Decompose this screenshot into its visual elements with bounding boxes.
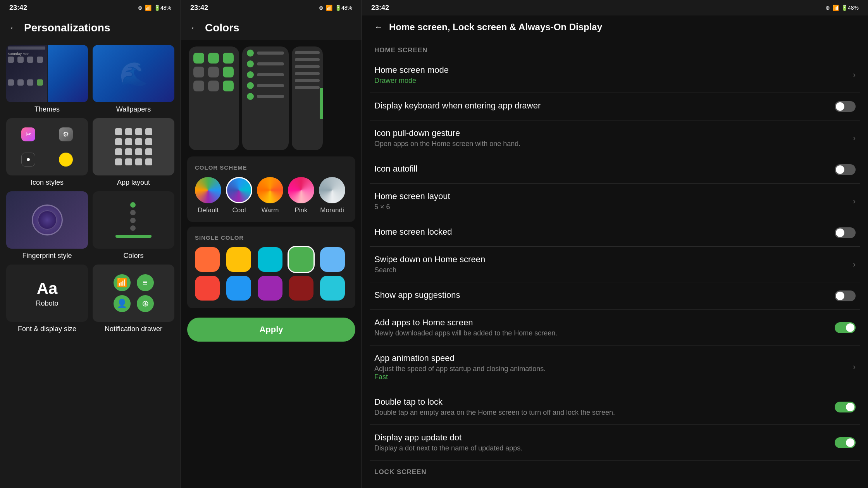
icon-pulldown-item[interactable]: Icon pull-down gesture Open apps on the … <box>370 120 860 156</box>
swipe-down-sub: Search <box>374 266 853 274</box>
themes-item[interactable]: Saturday Mar <box>6 45 88 113</box>
swatch-red[interactable] <box>195 276 220 301</box>
themes-thumb-left: Saturday Mar <box>6 45 47 102</box>
prev-icon-gray <box>193 67 204 77</box>
scheme-pink[interactable]: Pink <box>288 177 314 214</box>
bluetooth-icon: ⊛ <box>137 295 154 312</box>
prev-icon <box>208 53 219 64</box>
scheme-cool[interactable]: Cool <box>226 177 252 214</box>
app-layout-thumbnail <box>93 118 174 175</box>
status-time-2: 23:42 <box>190 4 208 12</box>
colors-grid-item[interactable]: Colors <box>93 191 174 260</box>
fingerprint-style-item[interactable]: Fingerprint style <box>6 191 88 260</box>
swatch-teal[interactable] <box>320 276 345 301</box>
add-apps-home-item[interactable]: Add apps to Home screen Newly downloaded… <box>370 310 860 345</box>
home-screen-mode-right: › <box>853 70 856 80</box>
layout-dot <box>145 158 152 165</box>
layout-dot <box>125 128 132 135</box>
home-screen-locked-item[interactable]: Home screen locked <box>370 219 860 247</box>
icon-mini-gear: ⚙ <box>59 127 73 141</box>
double-tap-lock-toggle[interactable] <box>835 402 856 412</box>
show-app-suggestions-item[interactable]: Show app suggestions <box>370 282 860 310</box>
swatch-blue[interactable] <box>226 276 251 301</box>
back-button[interactable]: ← <box>9 23 18 33</box>
display-keyboard-item[interactable]: Display keyboard when entering app drawe… <box>370 93 860 120</box>
settings-header: ← Home screen, Lock screen & Always-On D… <box>362 15 868 39</box>
swatch-orange[interactable] <box>195 247 220 272</box>
status-icons-2: ⊛ 📶 🔋48% <box>319 5 352 11</box>
swatch-lightblue[interactable] <box>320 247 345 272</box>
prev-icon <box>193 53 204 64</box>
layout-dot <box>115 158 122 165</box>
app-layout-item[interactable]: App layout <box>93 118 174 187</box>
notif-thumbnail: 📶 ≡ 👤 ⊛ <box>93 265 174 322</box>
home-screen-mode-left: Home screen mode Drawer mode <box>374 65 853 85</box>
swatch-cyan[interactable] <box>258 247 282 272</box>
app-animation-speed-left: App animation speed Adjust the speed of … <box>374 353 853 381</box>
layout-dot <box>145 148 152 155</box>
show-app-suggestions-toggle[interactable] <box>835 290 856 301</box>
scheme-morandi[interactable]: Morandi <box>319 177 345 214</box>
icon-autofill-item[interactable]: Icon autofill <box>370 156 860 184</box>
double-tap-lock-item[interactable]: Double tap to lock Double tap an empty a… <box>370 389 860 425</box>
settings-back-button[interactable]: ← <box>374 22 383 32</box>
colors-back-button[interactable]: ← <box>190 23 199 33</box>
scheme-warm-label: Warm <box>262 206 279 214</box>
font-name-label: Roboto <box>36 299 58 308</box>
swipe-down-item[interactable]: Swipe down on Home screen Search › <box>370 247 860 282</box>
color-scheme-section: COLOR SCHEME Default Cool Warm Pink Mora… <box>187 156 355 222</box>
fingerprint-style-label: Fingerprint style <box>22 252 72 260</box>
layout-dot <box>125 148 132 155</box>
prev-line <box>257 73 284 76</box>
font-display-item[interactable]: Aa Roboto Font & display size <box>6 265 88 333</box>
colors-preview <box>181 40 362 156</box>
home-screen-layout-item[interactable]: Home screen layout 5 × 6 › <box>370 184 860 219</box>
swatch-darkred[interactable] <box>289 276 313 301</box>
app-animation-speed-item[interactable]: App animation speed Adjust the speed of … <box>370 345 860 389</box>
home-screen-locked-toggle[interactable] <box>835 227 856 238</box>
display-update-dot-toggle[interactable] <box>835 437 856 448</box>
chevron-right-icon: › <box>853 259 856 270</box>
preview-icons-grid <box>189 46 239 95</box>
icon-mini-cam: ● <box>21 153 35 167</box>
color-dot-sm <box>130 202 136 208</box>
double-tap-lock-title: Double tap to lock <box>374 397 835 407</box>
icon-autofill-toggle[interactable] <box>835 164 856 175</box>
prev-icon-gray <box>208 81 219 91</box>
display-keyboard-toggle[interactable] <box>835 101 856 112</box>
wallpapers-item[interactable]: 🌊 Wallpapers <box>93 45 174 113</box>
status-icons-1: ⊛ 📶 🔋48% <box>138 5 171 11</box>
add-apps-home-sub: Newly downloaded apps will be added to t… <box>374 329 835 337</box>
scheme-warm[interactable]: Warm <box>257 177 283 214</box>
prev-dot <box>247 82 254 89</box>
scheme-default[interactable]: Default <box>195 177 221 214</box>
apply-button[interactable]: Apply <box>187 318 355 342</box>
prev-icon <box>223 53 234 64</box>
themes-label: Themes <box>34 105 60 113</box>
font-aa-label: Aa <box>37 279 58 298</box>
add-apps-home-toggle[interactable] <box>835 322 856 333</box>
display-update-dot-item[interactable]: Display app update dot Display a dot nex… <box>370 425 860 461</box>
signal-icon-2: 📶 <box>326 5 332 11</box>
home-screen-section-label: HOME SCREEN <box>370 39 860 57</box>
app-animation-speed-fast: Fast <box>374 373 853 381</box>
themes-thumb-right <box>48 45 88 102</box>
notification-drawer-item[interactable]: 📶 ≡ 👤 ⊛ Notification drawer <box>93 265 174 333</box>
swatch-purple[interactable] <box>258 276 282 301</box>
colors-header: ← Colors <box>181 15 362 40</box>
preview-phone-3 <box>292 46 323 150</box>
scheme-pink-label: Pink <box>294 206 307 214</box>
swipe-down-title: Swipe down on Home screen <box>374 254 853 265</box>
prev-icon-gray <box>193 81 204 91</box>
prev-icon <box>223 67 234 77</box>
home-screen-mode-item[interactable]: Home screen mode Drawer mode › <box>370 57 860 93</box>
thumb-icon-colored <box>37 79 43 86</box>
prev-line <box>257 95 284 98</box>
swatch-green[interactable] <box>289 247 313 272</box>
personalizations-header: ← Personalizations <box>0 15 181 40</box>
prev-dot <box>247 50 254 57</box>
icon-styles-item[interactable]: ✂ ⚙ ● Icon styles <box>6 118 88 187</box>
swatch-yellow[interactable] <box>226 247 251 272</box>
color-row-2 <box>130 210 137 215</box>
prev-icon-gray <box>208 67 219 77</box>
